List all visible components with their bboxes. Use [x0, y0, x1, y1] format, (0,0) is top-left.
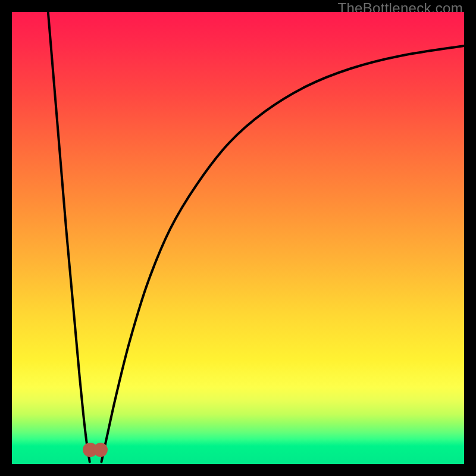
- trough-marker-right: [93, 443, 108, 457]
- chart-curves-svg: [12, 12, 464, 464]
- curve-right-branch: [101, 46, 464, 462]
- curve-left-branch: [48, 12, 90, 462]
- chart-plot-area: [12, 12, 464, 464]
